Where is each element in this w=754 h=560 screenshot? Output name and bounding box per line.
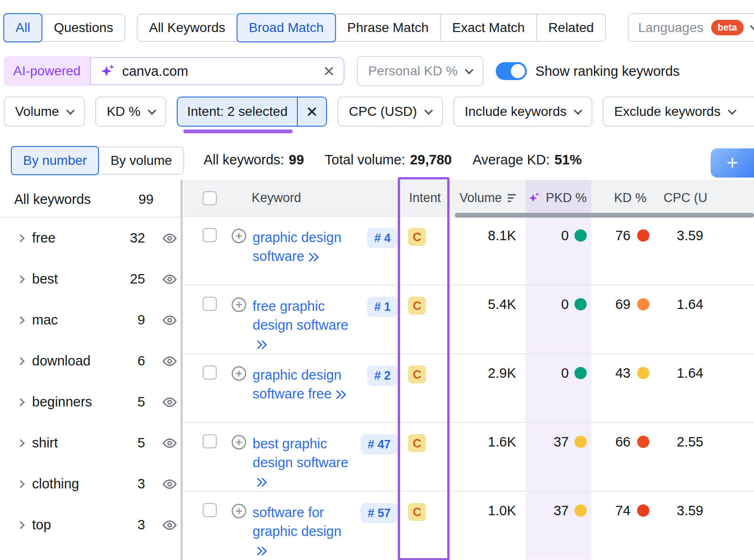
pkd-difficulty-dot — [574, 229, 587, 242]
eye-icon[interactable] — [162, 518, 177, 533]
sidebar-group-shirt[interactable]: shirt 5 — [0, 422, 184, 463]
beta-badge: beta — [711, 20, 744, 35]
row-checkbox[interactable] — [203, 228, 217, 242]
tab-phrase-match[interactable]: Phrase Match — [336, 14, 441, 42]
row-checkbox[interactable] — [203, 365, 217, 380]
table-row: software for graphic design # 57 C 1.0K … — [184, 491, 754, 560]
sidebar-group-top[interactable]: top 3 — [0, 504, 184, 545]
keyword-link[interactable]: free graphic design software — [253, 299, 348, 333]
double-chevron-icon[interactable] — [255, 339, 269, 350]
serp-rank-badge[interactable]: # 1 — [367, 297, 398, 317]
double-chevron-icon[interactable] — [307, 252, 320, 263]
plus-circle-icon[interactable] — [231, 365, 247, 381]
row-checkbox[interactable] — [203, 297, 217, 311]
cpc-filter[interactable]: CPC (USD) — [337, 97, 443, 127]
group-count: 99 — [139, 192, 154, 207]
row-checkbox[interactable] — [203, 503, 217, 517]
serp-rank-badge[interactable]: # 2 — [367, 365, 398, 386]
col-pkd[interactable]: PKD % — [525, 180, 591, 216]
eye-icon[interactable] — [162, 231, 177, 246]
col-keyword[interactable]: Keyword — [231, 191, 401, 205]
sidebar-group-mac[interactable]: mac 9 — [0, 300, 184, 341]
col-intent[interactable]: Intent — [401, 191, 455, 205]
volume-value: 1.6K — [455, 423, 525, 491]
kd-difficulty-dot — [637, 504, 649, 517]
eye-icon[interactable] — [162, 313, 177, 328]
table-row: graphic design software free # 2 C 2.9K … — [184, 353, 754, 422]
plus-circle-icon[interactable] — [231, 434, 247, 450]
double-chevron-icon[interactable] — [255, 545, 269, 557]
ai-powered-chip: AI-powered — [4, 56, 90, 86]
table-row: graphic design software # 4 C 8.1K 0 76 … — [184, 216, 754, 284]
double-chevron-icon[interactable] — [335, 389, 348, 400]
tab-by-number[interactable]: By number — [11, 146, 99, 175]
keyword-link[interactable]: graphic design software free — [253, 367, 342, 401]
intent-commercial-badge[interactable]: C — [408, 228, 426, 246]
tab-all-keywords[interactable]: All Keywords — [137, 14, 237, 42]
table-row: best graphic design software # 47 C 1.6K… — [184, 422, 754, 491]
keyword-link[interactable]: best graphic design software — [253, 436, 348, 470]
eye-icon[interactable] — [162, 272, 177, 287]
eye-icon[interactable] — [162, 354, 177, 369]
eye-icon[interactable] — [162, 395, 177, 410]
double-chevron-icon[interactable] — [255, 477, 269, 488]
sidebar-group-beginners[interactable]: beginners 5 — [0, 381, 184, 422]
intent-filter[interactable]: Intent: 2 selected — [177, 97, 327, 127]
keyword-link[interactable]: graphic design software — [253, 230, 342, 264]
annotation-underline — [183, 130, 293, 133]
personal-kd-dropdown[interactable]: Personal KD % — [357, 56, 484, 86]
tab-broad-match[interactable]: Broad Match — [237, 13, 336, 42]
volume-filter[interactable]: Volume — [4, 97, 85, 127]
chevron-down-icon — [465, 65, 473, 74]
kd-filter[interactable]: KD % — [95, 97, 166, 127]
tab-by-volume[interactable]: By volume — [98, 146, 184, 175]
tab-all[interactable]: All — [3, 13, 42, 42]
sidebar-all-keywords[interactable]: All keywords 99 — [0, 182, 184, 218]
plus-circle-icon[interactable] — [231, 228, 247, 244]
horizontal-scrollbar[interactable] — [455, 213, 754, 218]
group-count: 3 — [121, 476, 145, 492]
col-cpc[interactable]: CPC (U — [660, 191, 754, 205]
intent-commercial-badge[interactable]: C — [408, 434, 426, 452]
show-ranking-keywords-toggle[interactable] — [496, 62, 527, 80]
tab-questions[interactable]: Questions — [42, 14, 125, 42]
eye-icon[interactable] — [162, 436, 177, 451]
eye-icon[interactable] — [162, 477, 177, 492]
row-checkbox[interactable] — [203, 434, 217, 448]
pkd-value: 37 — [554, 503, 569, 519]
serp-rank-badge[interactable]: # 47 — [361, 434, 398, 454]
tab-exact-match[interactable]: Exact Match — [441, 14, 537, 42]
keyword-groups-sidebar: By number By volume All keywords 99 free… — [0, 140, 184, 560]
clear-search-icon[interactable] — [323, 65, 335, 77]
search-input[interactable]: canva.com — [90, 57, 344, 85]
sidebar-group-free[interactable]: free 32 — [0, 218, 184, 259]
languages-dropdown[interactable]: Languages beta — [617, 8, 754, 48]
sidebar-scrollbar[interactable] — [180, 179, 183, 560]
pkd-difficulty-dot — [574, 367, 587, 379]
sidebar-group-best[interactable]: best 25 — [0, 259, 184, 300]
tab-related[interactable]: Related — [537, 14, 606, 42]
plus-circle-icon[interactable] — [231, 503, 247, 519]
add-to-list-button[interactable]: + — [711, 148, 754, 178]
col-kd[interactable]: KD % — [591, 191, 660, 205]
toggle-knob — [511, 64, 525, 78]
sidebar-group-download[interactable]: download 6 — [0, 341, 184, 381]
intent-commercial-badge[interactable]: C — [408, 297, 426, 315]
kd-value: 74 — [615, 503, 631, 519]
plus-circle-icon[interactable] — [231, 297, 247, 313]
intent-commercial-badge[interactable]: C — [408, 365, 426, 383]
keyword-link[interactable]: software for graphic design — [253, 505, 342, 539]
serp-rank-badge[interactable]: # 57 — [361, 503, 398, 523]
cpc-value: 1.64 — [660, 285, 754, 353]
serp-rank-badge[interactable]: # 4 — [367, 228, 398, 248]
exclude-keywords-filter[interactable]: Exclude keywords — [603, 97, 754, 127]
intent-filter-clear-icon[interactable] — [297, 97, 326, 126]
include-keywords-filter[interactable]: Include keywords — [453, 97, 592, 127]
intent-commercial-badge[interactable]: C — [408, 503, 426, 521]
col-volume[interactable]: Volume — [455, 191, 525, 205]
chevron-right-icon — [17, 316, 25, 324]
sidebar-group-clothing[interactable]: clothing 3 — [0, 463, 184, 504]
chevron-down-icon — [424, 106, 433, 114]
volume-value: 2.9K — [455, 354, 525, 422]
select-all-checkbox[interactable] — [203, 191, 217, 205]
